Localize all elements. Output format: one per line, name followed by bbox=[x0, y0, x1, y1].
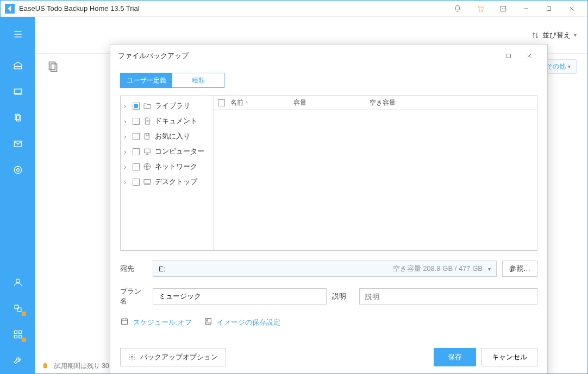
bell-icon[interactable] bbox=[446, 1, 469, 17]
file-list-area bbox=[214, 110, 537, 250]
caret-down-icon: ▾ bbox=[488, 266, 491, 272]
svg-rect-26 bbox=[205, 319, 211, 325]
tree-node[interactable]: ›コンピューター bbox=[121, 144, 214, 159]
hamburger-icon[interactable] bbox=[1, 21, 35, 47]
svg-point-0 bbox=[479, 10, 480, 11]
window-close-icon[interactable] bbox=[560, 1, 583, 17]
svg-rect-5 bbox=[15, 114, 20, 119]
source-tabs: ユーザー定義 種類 bbox=[120, 73, 224, 88]
svg-rect-18 bbox=[51, 64, 57, 71]
clone-icon[interactable] bbox=[1, 295, 35, 321]
tree-node[interactable]: ›デスクトップ bbox=[121, 174, 214, 189]
other-label: その他 bbox=[546, 62, 566, 71]
tree-node[interactable]: ›ライブラリ bbox=[121, 98, 214, 113]
tools-icon[interactable] bbox=[1, 321, 35, 347]
cart-icon[interactable] bbox=[469, 1, 492, 17]
svg-rect-24 bbox=[144, 179, 151, 183]
select-all-checkbox[interactable] bbox=[218, 99, 225, 106]
svg-rect-2 bbox=[501, 6, 505, 11]
col-name[interactable]: 名前 bbox=[230, 98, 243, 107]
menu-down-icon[interactable] bbox=[492, 1, 515, 17]
account-icon[interactable] bbox=[1, 269, 35, 295]
window-maximize-icon[interactable] bbox=[537, 1, 560, 17]
image-icon bbox=[204, 317, 212, 327]
tree-label: お気に入り bbox=[155, 131, 190, 141]
sort-label: 並び替え bbox=[542, 30, 571, 40]
system-backup-icon[interactable] bbox=[1, 79, 35, 105]
chevron-right-icon[interactable]: › bbox=[124, 178, 129, 186]
source-tree[interactable]: ›ライブラリ›ドキュメント›お気に入り›コンピューター›ネットワーク›デスクトッ… bbox=[121, 96, 214, 250]
schedule-link[interactable]: スケジュール:オフ bbox=[120, 317, 192, 327]
tree-checkbox[interactable] bbox=[133, 133, 140, 140]
svg-rect-4 bbox=[14, 89, 21, 93]
tree-label: ライブラリ bbox=[155, 101, 190, 111]
smart-backup-icon[interactable] bbox=[1, 157, 35, 183]
fav-icon bbox=[143, 132, 152, 141]
chevron-right-icon[interactable]: › bbox=[124, 117, 129, 125]
gear-icon bbox=[128, 353, 136, 361]
tree-label: ネットワーク bbox=[155, 162, 197, 172]
net-icon bbox=[143, 162, 152, 171]
tree-node[interactable]: ›ネットワーク bbox=[121, 159, 214, 174]
svg-rect-13 bbox=[14, 331, 17, 333]
svg-point-28 bbox=[131, 356, 133, 358]
tree-checkbox[interactable] bbox=[133, 163, 140, 170]
svg-point-9 bbox=[14, 166, 21, 173]
tree-checkbox[interactable] bbox=[133, 118, 140, 125]
svg-rect-14 bbox=[18, 331, 21, 333]
save-button[interactable]: 保存 bbox=[434, 348, 476, 366]
desk-icon bbox=[143, 178, 152, 186]
dialog-maximize-icon[interactable] bbox=[498, 45, 519, 67]
pc-icon bbox=[143, 147, 152, 156]
svg-rect-12 bbox=[17, 308, 21, 312]
tree-label: デスクトップ bbox=[155, 177, 197, 187]
tab-user-defined[interactable]: ユーザー定義 bbox=[121, 73, 172, 87]
window-minimize-icon[interactable] bbox=[515, 1, 537, 17]
cancel-button[interactable]: キャンセル bbox=[481, 348, 537, 366]
tree-node[interactable]: ›ドキュメント bbox=[121, 113, 214, 129]
calendar-icon bbox=[120, 317, 129, 327]
svg-rect-6 bbox=[16, 116, 21, 121]
tree-checkbox[interactable] bbox=[133, 103, 140, 110]
tab-file-type[interactable]: 種類 bbox=[172, 73, 224, 87]
shopping-bag-icon bbox=[41, 362, 49, 371]
chevron-right-icon[interactable]: › bbox=[124, 163, 129, 171]
wrench-icon[interactable] bbox=[1, 347, 35, 373]
file-backup-dialog: ファイルバックアップ ユーザー定義 種類 ›ライブラリ›ドキュメント›お気に入り… bbox=[110, 44, 548, 374]
image-settings-link[interactable]: イメージの保存設定 bbox=[204, 317, 280, 327]
description-input[interactable] bbox=[359, 288, 537, 305]
chevron-right-icon[interactable]: › bbox=[124, 148, 129, 156]
caret-down-icon: ▾ bbox=[568, 64, 571, 69]
destination-field[interactable]: E: 空き容量 208.8 GB / 477 GB ▾ bbox=[153, 261, 497, 277]
svg-rect-20 bbox=[507, 54, 511, 58]
sidebar bbox=[1, 17, 35, 373]
tree-checkbox[interactable] bbox=[133, 148, 140, 155]
image-settings-label: イメージの保存設定 bbox=[217, 318, 280, 327]
doc-icon bbox=[143, 117, 152, 125]
sort-button[interactable]: 並び替え ▾ bbox=[531, 30, 577, 40]
chevron-right-icon[interactable]: › bbox=[124, 132, 129, 141]
disk-backup-icon[interactable] bbox=[1, 53, 35, 79]
folder-icon bbox=[143, 102, 152, 110]
backup-options-button[interactable]: バックアップオプション bbox=[120, 348, 226, 366]
desc-label: 説明 bbox=[332, 291, 354, 301]
plan-name-input[interactable] bbox=[153, 288, 327, 305]
browse-button[interactable]: 参照… bbox=[502, 261, 537, 277]
app-logo bbox=[5, 4, 15, 14]
backup-options-label: バックアップオプション bbox=[140, 352, 218, 362]
tree-node[interactable]: ›お気に入り bbox=[121, 129, 214, 144]
dest-path: E: bbox=[159, 265, 165, 273]
chevron-right-icon[interactable]: › bbox=[124, 102, 129, 110]
tree-checkbox[interactable] bbox=[133, 179, 140, 186]
dialog-close-icon[interactable] bbox=[519, 45, 540, 67]
col-size[interactable]: 容量 bbox=[293, 98, 370, 107]
dest-label: 宛先 bbox=[120, 264, 147, 274]
file-backup-icon[interactable] bbox=[1, 105, 35, 131]
svg-rect-17 bbox=[49, 62, 55, 69]
col-free[interactable]: 空き容量 bbox=[370, 98, 537, 107]
copy-icon bbox=[46, 60, 60, 74]
tree-label: ドキュメント bbox=[155, 116, 197, 126]
mail-backup-icon[interactable] bbox=[1, 131, 35, 157]
dialog-title: ファイルバックアップ bbox=[118, 51, 189, 61]
plan-label: プラン名 bbox=[120, 287, 147, 306]
